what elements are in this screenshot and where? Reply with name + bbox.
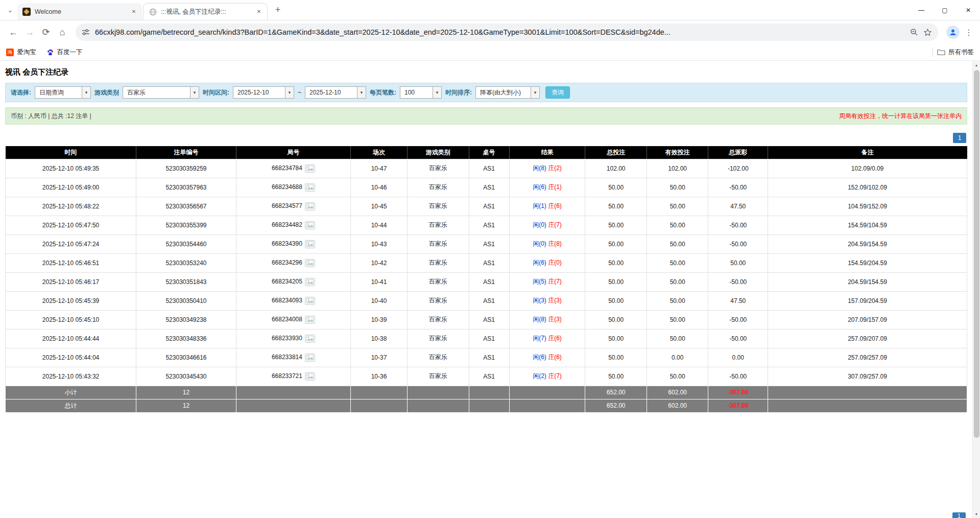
cell-round: 668234577 [236, 197, 350, 216]
game-type-label: 游戏类别 [94, 88, 119, 97]
tab-close-icon[interactable]: ✕ [130, 8, 138, 16]
page-scrollbar[interactable]: ▲ ▼ [972, 61, 980, 518]
cell-payout: -50.00 [708, 272, 768, 291]
bookmark-label: 爱淘宝 [17, 48, 36, 57]
range-separator: ~ [298, 89, 301, 96]
result-player: 闲(0) [533, 240, 546, 247]
scroll-up-icon[interactable]: ▲ [975, 61, 978, 69]
chevron-down-icon: ▼ [357, 87, 366, 98]
per-page-select[interactable]: 100 ▼ [400, 86, 442, 99]
minimize-button[interactable]: — [910, 0, 933, 20]
cell-remark: 157.09/204.59 [768, 291, 967, 310]
cell-result: 闲(6) 庄(6) [509, 348, 585, 367]
game-type-select[interactable]: 百家乐 ▼ [123, 86, 199, 99]
forward-icon[interactable]: → [21, 24, 38, 40]
search-button[interactable]: 查询 [545, 86, 570, 99]
maximize-button[interactable]: ▢ [933, 0, 957, 20]
cell-total-bet[interactable]: 50.00 [585, 348, 647, 367]
bookmarks-bar: 淘 爱淘宝 百度一下 所有书签 [0, 44, 980, 61]
address-bar[interactable]: 66cxkj98.com/game/betrecord_search/kind3… [76, 23, 938, 41]
cell-time: 2025-12-10 05:43:32 [6, 367, 136, 386]
sort-select[interactable]: 降幂(由大到小) ▼ [475, 86, 540, 99]
date-start-select[interactable]: 2025-12-10 ▼ [233, 86, 294, 99]
cell-bet-id: 523030359259 [136, 159, 236, 178]
browser-menu-icon[interactable]: ⋮ [963, 26, 975, 38]
video-replay-icon[interactable] [305, 335, 315, 343]
cell-total-bet[interactable]: 50.00 [585, 178, 647, 197]
cell-time: 2025-12-10 05:44:04 [6, 348, 136, 367]
table-row: 2025-12-10 05:44:44 523030348336 6682339… [6, 329, 967, 348]
cell-game-type: 百家乐 [408, 329, 469, 348]
cell-bet-id: 523030353240 [136, 253, 236, 272]
video-replay-icon[interactable] [305, 354, 315, 362]
header-valid-bet: 有效投注 [647, 146, 708, 159]
table-row: 2025-12-10 05:48:22 523030356567 6682345… [6, 197, 967, 216]
video-replay-icon[interactable] [305, 278, 315, 286]
scroll-down-icon[interactable]: ▼ [975, 510, 978, 518]
video-replay-icon[interactable] [305, 240, 315, 248]
cell-game-type: 百家乐 [408, 272, 469, 291]
cell-total-bet[interactable]: 102.00 [585, 159, 647, 178]
video-replay-icon[interactable] [305, 297, 315, 305]
cell-payout: -50.00 [708, 329, 768, 348]
zoom-icon[interactable] [910, 28, 918, 36]
cell-total-bet[interactable]: 50.00 [585, 253, 647, 272]
tab-close-icon[interactable]: ✕ [255, 8, 263, 16]
tab-betrecord[interactable]: :::视讯, 会员下注纪录::: ✕ [143, 3, 268, 20]
bookmark-aitaobao[interactable]: 淘 爱淘宝 [6, 48, 36, 57]
home-icon[interactable]: ⌂ [54, 24, 70, 40]
video-replay-icon[interactable] [305, 259, 315, 267]
bet-records-table: 时间 注单编号 局号 场次 游戏类别 桌号 结果 总投注 有效投注 总派彩 备注… [5, 146, 967, 413]
video-replay-icon[interactable] [305, 183, 315, 192]
result-player: 闲(2) [533, 372, 546, 380]
video-replay-icon[interactable] [305, 372, 315, 381]
result-banker: 庄(6) [548, 202, 562, 209]
query-type-select[interactable]: 日期查询 ▼ [35, 86, 91, 99]
video-replay-icon[interactable] [305, 164, 315, 173]
cell-total-bet[interactable]: 50.00 [585, 367, 647, 386]
video-replay-icon[interactable] [305, 202, 315, 210]
pagination-page-1[interactable]: 1 [953, 133, 966, 143]
scrollbar-thumb[interactable] [974, 70, 979, 438]
pagination-page-1-bottom[interactable]: 1 [952, 512, 966, 518]
cell-payout: -50.00 [708, 178, 768, 197]
url-text[interactable]: 66cxkj98.com/game/betrecord_search/kind3… [95, 28, 905, 36]
cell-total-bet[interactable]: 50.00 [585, 272, 647, 291]
refresh-icon[interactable]: ⟳ [38, 24, 54, 40]
video-replay-icon[interactable] [305, 221, 315, 229]
all-bookmarks-button[interactable]: 所有书签 [937, 48, 974, 57]
result-player: 闲(3) [533, 297, 546, 304]
bookmark-star-icon[interactable] [923, 28, 932, 37]
cell-table-no: AS1 [469, 272, 509, 291]
cell-total-bet[interactable]: 50.00 [585, 329, 647, 348]
profile-avatar[interactable] [946, 26, 960, 39]
divider [933, 48, 933, 57]
cell-total-bet[interactable]: 50.00 [585, 291, 647, 310]
back-icon[interactable]: ← [5, 24, 21, 40]
cell-session: 10-38 [350, 329, 407, 348]
video-replay-icon[interactable] [305, 316, 315, 324]
cell-game-type: 百家乐 [408, 348, 469, 367]
chevron-down-icon: ▼ [190, 87, 199, 98]
cell-total-bet[interactable]: 50.00 [585, 234, 647, 253]
result-banker: 庄(3) [548, 297, 562, 304]
cell-remark: 257.09/207.09 [768, 329, 967, 348]
tab-welcome[interactable]: Welcome ✕ [17, 3, 142, 20]
cell-total-bet[interactable]: 50.00 [585, 216, 647, 234]
bookmark-baidu[interactable]: 百度一下 [46, 48, 83, 57]
tab-search-chevron-icon[interactable]: ⌄ [3, 3, 17, 17]
site-settings-tune-icon[interactable] [82, 28, 90, 36]
cell-total-bet[interactable]: 50.00 [585, 310, 647, 329]
cell-remark: 154.59/104.59 [768, 216, 967, 234]
new-tab-button[interactable]: + [271, 3, 285, 17]
close-button[interactable]: ✕ [957, 0, 980, 20]
cell-total-bet[interactable]: 50.00 [585, 197, 647, 216]
site-favicon-icon [149, 8, 157, 16]
cell-valid-bet: 50.00 [647, 367, 708, 386]
total-row: 总计 12 652.00 602.00 -307.00 [6, 399, 967, 412]
cell-valid-bet: 102.00 [647, 159, 708, 178]
cell-valid-bet: 50.00 [647, 197, 708, 216]
cell-game-type: 百家乐 [408, 291, 469, 310]
date-end-select[interactable]: 2025-12-10 ▼ [305, 86, 366, 99]
cell-game-type: 百家乐 [408, 310, 469, 329]
